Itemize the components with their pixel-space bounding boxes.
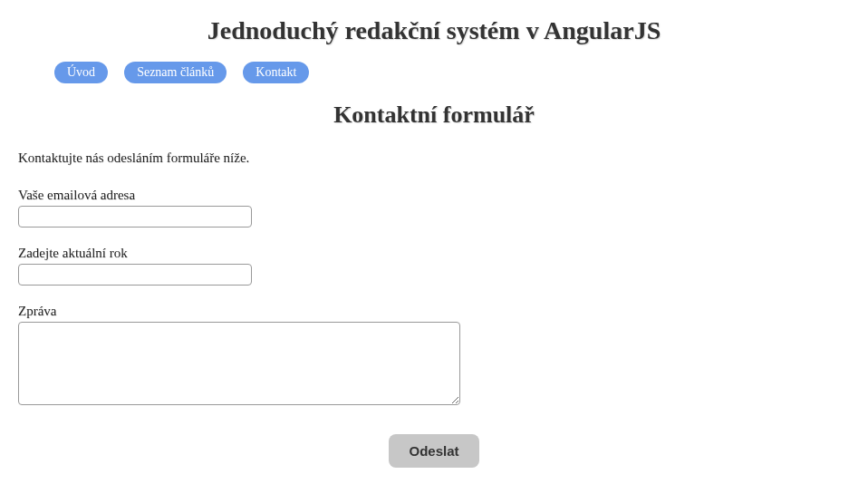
email-field[interactable]	[18, 206, 252, 227]
submit-button[interactable]: Odeslat	[389, 434, 478, 468]
page-title: Kontaktní formulář	[18, 102, 850, 129]
nav-link-articles[interactable]: Seznam článků	[124, 62, 227, 83]
main-nav: Úvod Seznam článků Kontakt	[18, 56, 850, 89]
app-title: Jednoduchý redakční systém v AngularJS	[18, 16, 850, 45]
form-group-message: Zpráva	[18, 304, 850, 409]
email-label: Vaše emailová adresa	[18, 188, 850, 203]
nav-link-contact[interactable]: Kontakt	[243, 62, 309, 83]
contact-form: Vaše emailová adresa Zadejte aktuální ro…	[18, 188, 850, 468]
year-label: Zadejte aktuální rok	[18, 246, 850, 261]
message-label: Zpráva	[18, 304, 850, 319]
nav-link-home[interactable]: Úvod	[54, 62, 108, 83]
instructions-text: Kontaktujte nás odesláním formuláře níže…	[18, 150, 850, 166]
message-field[interactable]	[18, 322, 460, 405]
form-group-email: Vaše emailová adresa	[18, 188, 850, 227]
form-group-year: Zadejte aktuální rok	[18, 246, 850, 286]
year-field[interactable]	[18, 264, 252, 286]
submit-row: Odeslat	[18, 434, 850, 468]
